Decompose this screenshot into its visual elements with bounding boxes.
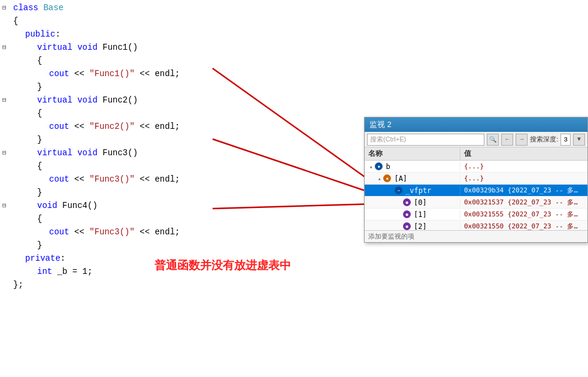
collapse-btn[interactable] [2, 212, 13, 225]
collapse-btn[interactable] [2, 67, 13, 80]
code-tokens: }; [13, 278, 23, 291]
code-line: { [2, 54, 588, 67]
row-icon: ● [403, 198, 411, 206]
row-name: [2] [414, 222, 427, 231]
collapse-btn[interactable] [2, 173, 13, 186]
watch-toolbar[interactable]: 搜索(Ctrl+E) 🔍 ← → 搜索深度: 3 ▼ [365, 132, 587, 147]
collapse-btn[interactable] [2, 225, 13, 239]
code-tokens: int _b = 1; [37, 265, 92, 278]
collapse-btn[interactable] [2, 159, 13, 173]
row-name: [A] [394, 174, 407, 183]
code-tokens: void Func4() [37, 199, 98, 212]
code-line: ⊟virtual void Func2() [2, 94, 588, 107]
code-tokens: cout << "Func3()" << endl; [49, 225, 180, 239]
code-tokens: public: [25, 28, 60, 41]
code-line: ⊟virtual void Func1() [2, 41, 588, 54]
code-line: }; [2, 278, 588, 291]
row-icon: ● [403, 222, 411, 230]
row-name: b [386, 162, 390, 171]
code-tokens: { [37, 212, 42, 225]
collapse-btn[interactable]: ⊟ [2, 41, 13, 54]
watch-row[interactable]: ●[0]0x00321537 {2022_07_23 -- 多态.exe} [365, 197, 587, 209]
code-tokens: cout << "Func1()" << endl; [49, 67, 180, 80]
row-name: [1] [414, 210, 427, 219]
watch-footer: 添加要监视的项 [365, 230, 587, 242]
collapse-btn[interactable]: ⊟ [2, 94, 13, 107]
depth-label: 搜索深度: [530, 135, 558, 144]
row-name: _vfptr [405, 186, 431, 195]
back-btn[interactable]: ← [501, 134, 513, 146]
row-icon: ● [403, 210, 411, 218]
collapse-btn[interactable] [2, 265, 13, 278]
search-box[interactable]: 搜索(Ctrl+E) [367, 134, 484, 146]
code-line: ⊟class Base [2, 1, 588, 14]
collapse-btn[interactable]: ⊟ [2, 1, 13, 14]
watch-panel: 监视 2 搜索(Ctrl+E) 🔍 ← → 搜索深度: 3 ▼ 名称 值 ▴◆b… [364, 117, 588, 243]
watch-row[interactable]: ▴◆[A]{...} [365, 173, 587, 185]
collapse-btn[interactable] [2, 80, 13, 94]
collapse-btn[interactable] [2, 186, 13, 199]
code-tokens: cout << "Func2()" << endl; [49, 120, 180, 133]
collapse-btn[interactable] [2, 239, 13, 252]
watch-row[interactable]: ●[2]0x00321550 {2022_07_23 -- 多态.exe} [365, 221, 587, 230]
row-value: {...} [460, 174, 587, 183]
code-line: } [2, 80, 588, 94]
col-value-header: 值 [460, 147, 587, 160]
code-tokens: { [37, 107, 42, 120]
code-line: public: [2, 28, 588, 41]
watch-row[interactable]: ●[1]0x00321555 {2022_07_23 -- 多态.exe} [365, 209, 587, 221]
watch-title: 监视 2 [369, 119, 392, 130]
watch-title-bar: 监视 2 [365, 117, 587, 132]
row-value: 0x00329b34 {2022_07_23 -- 多态.exe [460, 185, 587, 195]
code-line: cout << "Func1()" << endl; [2, 67, 588, 80]
row-value: 0x00321550 {2022_07_23 -- 多态.exe} [460, 221, 587, 230]
watch-column-headers: 名称 值 [365, 147, 587, 161]
code-tokens: private: [25, 252, 65, 265]
row-name: [0] [414, 198, 427, 207]
collapse-btn[interactable]: ⊟ [2, 199, 13, 212]
row-icon: ◆ [375, 162, 383, 170]
expand-icon[interactable]: ▴ [369, 164, 372, 170]
code-tokens: } [37, 186, 42, 199]
watch-row[interactable]: ▴◆b{...} [365, 161, 587, 173]
search-placeholder: 搜索(Ctrl+E) [370, 135, 406, 144]
code-tokens: cout << "Func3()" << endl; [49, 173, 180, 186]
code-tokens: class Base [13, 1, 63, 14]
search-icon-btn[interactable]: 🔍 [487, 134, 499, 146]
collapse-btn[interactable] [2, 252, 13, 265]
row-value: {...} [460, 162, 587, 171]
row-value: 0x00321555 {2022_07_23 -- 多态.exe} [460, 209, 587, 219]
row-icon: ◆ [383, 174, 391, 182]
collapse-btn[interactable]: ⊟ [2, 146, 13, 159]
depth-value[interactable]: 3 [560, 134, 571, 146]
expand-icon[interactable]: ▴ [378, 176, 381, 182]
watch-row[interactable]: →_vfptr0x00329b34 {2022_07_23 -- 多态.exe [365, 185, 587, 197]
code-line: int _b = 1; [2, 265, 588, 278]
code-tokens: { [37, 54, 42, 67]
code-tokens: } [37, 133, 42, 146]
collapse-btn[interactable] [2, 278, 13, 291]
forward-btn[interactable]: → [516, 134, 528, 146]
code-tokens: { [13, 14, 18, 28]
collapse-btn[interactable] [2, 120, 13, 133]
collapse-btn[interactable] [2, 14, 13, 28]
code-tokens: { [37, 159, 42, 173]
code-tokens: virtual void Func1() [37, 41, 138, 54]
code-tokens: virtual void Func2() [37, 94, 138, 107]
row-icon: → [395, 186, 402, 194]
code-line: private: [2, 252, 588, 265]
depth-dropdown[interactable]: ▼ [573, 134, 585, 146]
code-tokens: } [37, 80, 42, 94]
collapse-btn[interactable] [2, 54, 13, 67]
row-value: 0x00321537 {2022_07_23 -- 多态.exe} [460, 197, 587, 207]
collapse-btn[interactable] [2, 28, 13, 41]
code-line: { [2, 14, 588, 28]
code-tokens: virtual void Func3() [37, 146, 138, 159]
watch-rows[interactable]: ▴◆b{...}▴◆[A]{...}→_vfptr0x00329b34 {202… [365, 161, 587, 230]
collapse-btn[interactable] [2, 107, 13, 120]
collapse-btn[interactable] [2, 133, 13, 146]
col-name-header: 名称 [365, 147, 460, 160]
code-tokens: } [37, 239, 42, 252]
